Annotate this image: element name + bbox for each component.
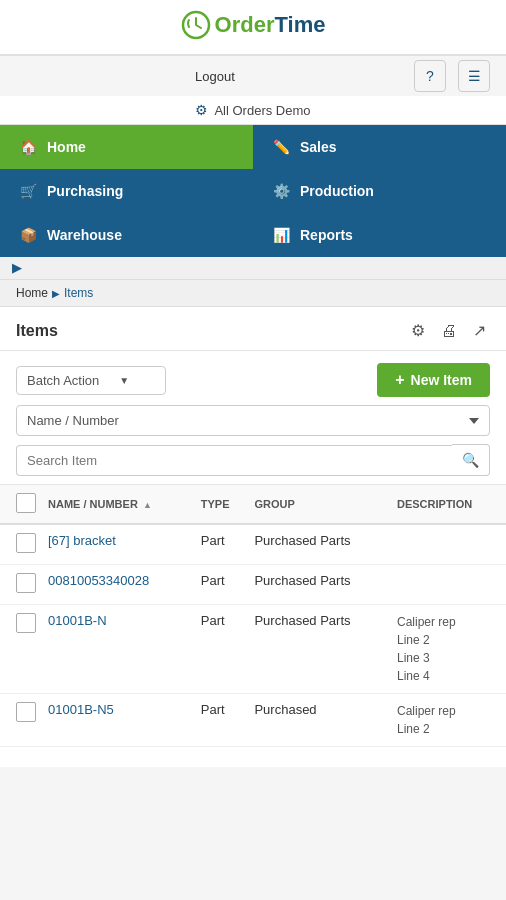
logout-link[interactable]: Logout xyxy=(195,69,235,84)
content-area: Items ⚙ 🖨 ↗ Batch Action ▼ + New Item Na… xyxy=(0,307,506,767)
items-table: NAME / NUMBER ▲ TYPE GROUP DESCRIPTION xyxy=(0,485,506,747)
select-all-checkbox[interactable] xyxy=(16,493,36,513)
warehouse-icon: 📦 xyxy=(20,227,37,243)
table-header-row: NAME / NUMBER ▲ TYPE GROUP DESCRIPTION xyxy=(0,485,506,524)
nav-item-purchasing[interactable]: 🛒 Purchasing xyxy=(0,169,253,213)
nav-item-sales[interactable]: ✏️ Sales xyxy=(253,125,506,169)
table-body: [67] bracket Part Purchased Parts 008100… xyxy=(0,524,506,747)
item-name-link[interactable]: [67] bracket xyxy=(48,533,116,548)
nav-item-reports-label: Reports xyxy=(300,227,353,243)
nav-item-purchasing-label: Purchasing xyxy=(47,183,123,199)
row-checkbox[interactable] xyxy=(16,573,36,593)
desc-line: Line 3 xyxy=(397,649,500,667)
nav-expand-arrow[interactable]: ▶ xyxy=(12,261,21,275)
row-group-cell: Purchased Parts xyxy=(248,524,391,565)
batch-action-dropdown[interactable]: Batch Action ▼ xyxy=(16,366,166,395)
col-name-number: NAME / NUMBER ▲ xyxy=(42,485,195,524)
desc-line: Caliper rep xyxy=(397,613,500,631)
search-input[interactable] xyxy=(16,445,452,476)
col-group-label: GROUP xyxy=(254,498,294,510)
search-row: 🔍 xyxy=(0,444,506,485)
account-label: All Orders Demo xyxy=(214,103,310,118)
account-gear-icon: ⚙ xyxy=(195,102,208,118)
filter-select[interactable]: Name / Number Description Type Group xyxy=(16,405,490,436)
col-description: DESCRIPTION xyxy=(391,485,506,524)
production-icon: ⚙️ xyxy=(273,183,290,199)
sort-arrow-icon[interactable]: ▲ xyxy=(143,500,152,510)
batch-action-label: Batch Action xyxy=(27,373,99,388)
page-title: Items xyxy=(16,322,58,340)
navigation: 🏠 Home ✏️ Sales 🛒 Purchasing ⚙️ Producti… xyxy=(0,125,506,257)
nav-item-warehouse[interactable]: 📦 Warehouse xyxy=(0,213,253,257)
row-checkbox[interactable] xyxy=(16,702,36,722)
desc-line: Line 2 xyxy=(397,631,500,649)
breadcrumb-separator: ▶ xyxy=(52,288,60,299)
col-desc-label: DESCRIPTION xyxy=(397,498,472,510)
nav-item-home-label: Home xyxy=(47,139,86,155)
toolbar: Batch Action ▼ + New Item xyxy=(0,351,506,405)
breadcrumb-home[interactable]: Home xyxy=(16,286,48,300)
logo-text: OrderTime xyxy=(215,12,326,38)
row-checkbox-cell xyxy=(0,694,42,747)
row-checkbox-cell xyxy=(0,524,42,565)
col-group: GROUP xyxy=(248,485,391,524)
export-button[interactable]: ↗ xyxy=(469,319,490,342)
nav-item-home[interactable]: 🏠 Home xyxy=(0,125,253,169)
home-icon: 🏠 xyxy=(20,139,37,155)
breadcrumb: Home ▶ Items xyxy=(0,280,506,307)
item-name-link[interactable]: 00810053340028 xyxy=(48,573,149,588)
settings-button[interactable]: ⚙ xyxy=(407,319,429,342)
breadcrumb-current: Items xyxy=(64,286,93,300)
nav-item-reports[interactable]: 📊 Reports xyxy=(253,213,506,257)
reports-icon: 📊 xyxy=(273,227,290,243)
nav-item-production-label: Production xyxy=(300,183,374,199)
menu-button[interactable]: ☰ xyxy=(458,60,490,92)
row-group-cell: Purchased xyxy=(248,694,391,747)
row-group-cell: Purchased Parts xyxy=(248,605,391,694)
item-name-link[interactable]: 01001B-N5 xyxy=(48,702,114,717)
row-checkbox[interactable] xyxy=(16,613,36,633)
top-header: OrderTime xyxy=(0,0,506,55)
help-button[interactable]: ? xyxy=(414,60,446,92)
search-button[interactable]: 🔍 xyxy=(452,444,490,476)
col-name-label: NAME / NUMBER xyxy=(48,498,138,510)
desc-line: Line 4 xyxy=(397,667,500,685)
row-type-cell: Part xyxy=(195,605,249,694)
top-icons: ? ☰ xyxy=(414,60,490,92)
nav-arrow-bar: ▶ xyxy=(0,257,506,280)
purchasing-icon: 🛒 xyxy=(20,183,37,199)
nav-item-production[interactable]: ⚙️ Production xyxy=(253,169,506,213)
row-checkbox-cell xyxy=(0,565,42,605)
col-checkbox xyxy=(0,485,42,524)
batch-caret-icon: ▼ xyxy=(119,375,129,386)
item-name-link[interactable]: 01001B-N xyxy=(48,613,107,628)
page-title-bar: Items ⚙ 🖨 ↗ xyxy=(0,307,506,351)
desc-line: Caliper rep xyxy=(397,702,500,720)
settings-icon: ⚙ xyxy=(411,322,425,339)
row-type-cell: Part xyxy=(195,565,249,605)
nav-item-sales-label: Sales xyxy=(300,139,337,155)
desc-line: Line 2 xyxy=(397,720,500,738)
nav-item-warehouse-label: Warehouse xyxy=(47,227,122,243)
row-desc-cell: Caliper repLine 2 xyxy=(391,694,506,747)
logo-area: OrderTime xyxy=(0,10,506,40)
row-name-cell: 01001B-N5 xyxy=(42,694,195,747)
print-icon: 🖨 xyxy=(441,322,457,339)
row-type-cell: Part xyxy=(195,694,249,747)
row-desc-cell: Caliper repLine 2Line 3Line 4 xyxy=(391,605,506,694)
col-type: TYPE xyxy=(195,485,249,524)
row-desc-cell xyxy=(391,565,506,605)
top-bar: Logout ? ☰ xyxy=(0,55,506,96)
help-icon: ? xyxy=(426,68,434,84)
col-type-label: TYPE xyxy=(201,498,230,510)
row-checkbox[interactable] xyxy=(16,533,36,553)
row-name-cell: [67] bracket xyxy=(42,524,195,565)
sales-icon: ✏️ xyxy=(273,139,290,155)
menu-icon: ☰ xyxy=(468,68,481,84)
table-row: [67] bracket Part Purchased Parts xyxy=(0,524,506,565)
row-name-cell: 00810053340028 xyxy=(42,565,195,605)
new-item-button[interactable]: + New Item xyxy=(377,363,490,397)
filter-row: Name / Number Description Type Group xyxy=(0,405,506,444)
print-button[interactable]: 🖨 xyxy=(437,319,461,342)
search-icon: 🔍 xyxy=(462,452,479,468)
